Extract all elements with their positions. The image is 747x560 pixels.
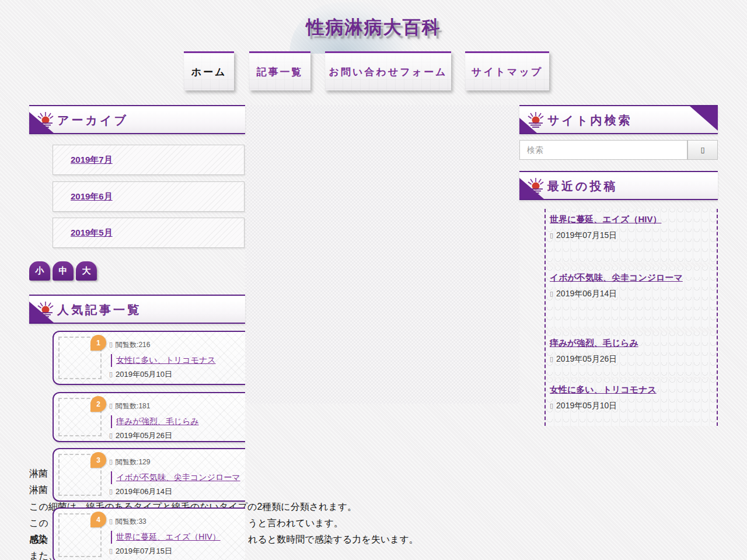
rising-sun-icon [37, 111, 54, 131]
nav-tab-sitemap[interactable]: サイトマップ [465, 51, 549, 90]
archive-item[interactable]: 2019年5月 [53, 218, 245, 248]
font-size-large-button[interactable]: 大 [76, 261, 97, 281]
popular-article-link[interactable]: イボが不気味、尖圭コンジローマ [116, 473, 240, 482]
post-date: 2019年07月15日 [116, 547, 172, 555]
popular-item-3: 3 ▯閲覧数:129 イボが不気味、尖圭コンジローマ ▯2019年06月14日 [53, 448, 245, 502]
page: { "header": { "title": "性病淋病大百科" }, "nav… [0, 0, 747, 560]
popular-article-link[interactable]: 痒みが強烈、毛じらみ [116, 416, 199, 426]
archive-link-2019-07[interactable]: 2019年7月 [71, 155, 113, 166]
views-count: 閲覧数:129 [116, 458, 150, 466]
date-icon: ▯ [550, 232, 553, 239]
date-icon: ▯ [550, 402, 553, 410]
recent-post-item: 痒みが強烈、毛じらみ ▯2019年05月26日 [546, 332, 717, 377]
recent-heading: 最近の投稿 [547, 178, 617, 194]
post-date: 2019年05月10日 [116, 370, 172, 379]
font-size-small-button[interactable]: 小 [29, 261, 50, 281]
post-date: 2019年07月15日 [556, 230, 617, 240]
date-icon: ▯ [109, 370, 113, 378]
popular-heading: 人気記事一覧 [57, 302, 141, 318]
views-icon: ▯ [109, 458, 113, 466]
rising-sun-icon [527, 177, 544, 197]
recent-post-item: 世界に蔓延、エイズ（HIV） ▯2019年07月15日 [546, 209, 717, 262]
rank-badge: 3 [90, 452, 106, 468]
font-size-medium-button[interactable]: 中 [53, 261, 74, 281]
search-widget-header: サイト内検索 [519, 105, 718, 134]
nav-tab-articles[interactable]: 記事一覧 [249, 51, 310, 90]
archive-item[interactable]: 2019年7月 [53, 145, 245, 175]
post-date: 2019年05月26日 [556, 354, 617, 363]
nav-tab-contact[interactable]: お問い合わせフォーム [325, 51, 451, 90]
article-text: 感染 [29, 534, 48, 546]
views-icon: ▯ [109, 517, 113, 525]
views-count: 閲覧数:33 [116, 517, 146, 526]
rank-badge: 1 [90, 335, 106, 351]
views-icon: ▯ [109, 341, 113, 348]
post-date: 2019年05月26日 [116, 431, 172, 440]
recent-post-link[interactable]: イボが不気味、尖圭コンジローマ [550, 272, 683, 282]
archive-item[interactable]: 2019年6月 [53, 181, 245, 212]
recent-post-item: イボが不気味、尖圭コンジローマ ▯2019年06月14日 [546, 267, 717, 328]
article-text: うと言われています。 [248, 517, 343, 530]
nav-tab-home[interactable]: ホーム [184, 51, 234, 90]
recent-post-link[interactable]: 世界に蔓延、エイズ（HIV） [550, 214, 661, 224]
rising-sun-icon [37, 301, 54, 321]
search-button[interactable]: ▯ [687, 140, 718, 160]
date-icon: ▯ [550, 355, 553, 363]
date-icon: ▯ [109, 432, 113, 439]
post-date: 2019年06月14日 [556, 289, 617, 298]
views-count: 閲覧数:216 [116, 341, 150, 349]
post-date: 2019年05月10日 [556, 401, 617, 410]
search-icon: ▯ [700, 145, 704, 154]
main-content-area [245, 105, 519, 404]
article-text: 淋菌 [29, 468, 48, 480]
recent-widget-header: 最近の投稿 [519, 171, 718, 200]
search-input[interactable] [519, 140, 687, 160]
date-icon: ▯ [550, 290, 553, 298]
views-icon: ▯ [109, 402, 113, 410]
post-date: 2019年06月14日 [116, 487, 172, 496]
site-title: 性病淋病大百科 [0, 15, 747, 40]
article-text: 淋菌 [29, 484, 48, 496]
article-text: れると数時間で感染する力を失います。 [248, 534, 418, 546]
recent-post-link[interactable]: 女性に多い、トリコモナス [550, 384, 657, 394]
recent-post-item: 女性に多い、トリコモナス ▯2019年05月10日 [546, 379, 717, 426]
recent-post-link[interactable]: 痒みが強烈、毛じらみ [550, 338, 638, 348]
search-heading: サイト内検索 [547, 113, 632, 128]
rank-badge: 2 [90, 396, 106, 412]
popular-widget-header: 人気記事一覧 [29, 295, 245, 324]
article-text: この [29, 517, 48, 530]
date-icon: ▯ [109, 547, 113, 555]
popular-article-link[interactable]: 世界に蔓延、エイズ（HIV） [116, 532, 221, 541]
rank-badge: 4 [90, 512, 106, 527]
popular-item-2: 2 ▯閲覧数:181 痒みが強烈、毛じらみ ▯2019年05月26日 [53, 392, 245, 442]
recent-posts-list: 世界に蔓延、エイズ（HIV） ▯2019年07月15日 イボが不気味、尖圭コンジ… [544, 209, 718, 426]
popular-article-link[interactable]: 女性に多い、トリコモナス [116, 355, 216, 365]
popular-item-4: 4 ▯閲覧数:33 世界に蔓延、エイズ（HIV） ▯2019年07月15日 [53, 508, 245, 560]
rising-sun-icon [527, 111, 544, 131]
archive-link-2019-05[interactable]: 2019年5月 [71, 228, 113, 239]
popular-item-1: 1 ▯閲覧数:216 女性に多い、トリコモナス ▯2019年05月10日 [53, 331, 245, 385]
views-count: 閲覧数:181 [116, 402, 150, 410]
date-icon: ▯ [109, 488, 113, 495]
archive-widget-header: アーカイブ [29, 105, 245, 134]
archive-link-2019-06[interactable]: 2019年6月 [71, 191, 113, 202]
corner-triangle [690, 106, 718, 131]
archive-heading: アーカイブ [57, 113, 128, 128]
